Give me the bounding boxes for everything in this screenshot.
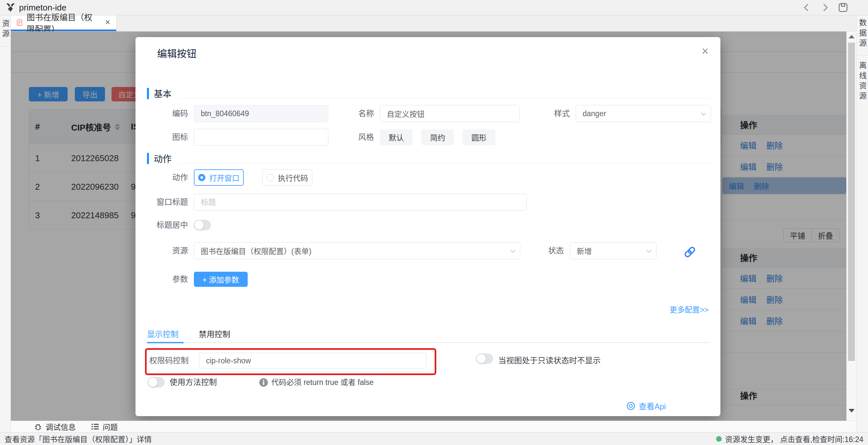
action-label: 动作 <box>149 169 188 186</box>
name-field[interactable] <box>380 105 520 122</box>
chevron-down-icon <box>701 111 706 116</box>
app-window: primeton-ide 资源 <box>0 0 868 445</box>
name-label: 名称 <box>335 105 374 122</box>
readonly-hide-label: 当视图处于只读状态时不显示 <box>498 352 601 369</box>
radio-selected-icon <box>198 174 205 181</box>
section-divider <box>179 163 711 164</box>
window-title-label: 窗口标题 <box>135 194 188 211</box>
method-control-label: 使用方法控制 <box>169 374 217 391</box>
list-icon <box>91 422 99 431</box>
code-field[interactable] <box>194 105 329 122</box>
eye-icon <box>626 402 636 411</box>
tab-show-control[interactable]: 显示控制 <box>147 328 179 339</box>
section-accent-bar <box>147 88 149 99</box>
scroll-down-icon[interactable] <box>849 409 855 413</box>
left-rail-resources-tab[interactable]: 资源 <box>0 19 11 47</box>
window-title-field[interactable] <box>194 194 527 211</box>
status-right-text: 资源发生变更， 点击查看,检查时间:16:24 <box>725 433 863 444</box>
readonly-hide-toggle[interactable] <box>476 353 493 364</box>
shape-simple-button[interactable]: 简约 <box>421 129 454 145</box>
debug-info-item[interactable]: 调试信息 <box>34 421 76 432</box>
method-hint-text: 代码必须 return true 或者 false <box>271 374 374 391</box>
style-select[interactable]: danger <box>576 105 711 122</box>
view-api-link[interactable]: 查看Api <box>626 400 666 412</box>
section-basic: 基本 <box>147 87 711 100</box>
run-code-radio[interactable]: 执行代码 <box>262 169 312 186</box>
shape-label: 风格 <box>335 129 374 146</box>
radio-unselected-icon <box>267 174 274 181</box>
tab-close-icon[interactable]: × <box>105 18 110 28</box>
save-icon[interactable] <box>838 2 848 13</box>
resource-select[interactable]: 图书在版编目（权限配置）(表单) <box>194 242 520 259</box>
debug-icon <box>34 422 42 431</box>
info-icon <box>259 378 268 387</box>
nav-forward-icon[interactable] <box>820 4 828 11</box>
method-control-toggle[interactable] <box>148 377 165 388</box>
titlebar: primeton-ide <box>0 0 868 16</box>
params-label: 参数 <box>149 271 188 288</box>
state-label: 状态 <box>525 242 564 259</box>
edit-button-dialog: 编辑按钮 × 基本 编码 名称 样式 danger <box>135 37 720 416</box>
statusbar: 查看资源「图书在版编目（权限配置）」详情 资源发生变更， 点击查看,检查时间:1… <box>0 432 868 445</box>
nav-back-icon[interactable] <box>804 4 812 11</box>
chevron-down-icon <box>510 248 516 253</box>
add-param-button[interactable]: + 添加参数 <box>194 272 248 287</box>
link-icon[interactable] <box>683 245 697 259</box>
perm-code-label: 权限码控制 <box>149 352 198 369</box>
shape-options: 默认 简约 圆形 <box>380 129 495 145</box>
shape-default-button[interactable]: 默认 <box>380 129 413 145</box>
main-area: + 新增 导出 自定义按钮 # CIP核准号 ISBN <box>11 31 856 421</box>
tab-book-cip[interactable]: 图书在版编目（权限配置） × <box>11 16 117 31</box>
right-rail-datasource-tab[interactable]: 数据源 <box>857 19 868 49</box>
right-rail-offline-tab[interactable]: 离线资源 <box>857 61 868 102</box>
perm-code-field[interactable] <box>199 353 427 368</box>
vertical-scrollbar[interactable] <box>846 31 856 421</box>
rail-divider <box>857 55 868 56</box>
tab-disable-control[interactable]: 禁用控制 <box>199 328 230 339</box>
resource-label: 资源 <box>149 242 188 259</box>
status-green-dot-icon <box>716 436 722 442</box>
scrollbar-thumb[interactable] <box>848 43 855 361</box>
scroll-up-icon[interactable] <box>849 35 855 38</box>
style-label: 样式 <box>530 105 570 122</box>
section-action: 动作 <box>147 152 711 165</box>
shape-round-button[interactable]: 圆形 <box>463 129 495 145</box>
tabs-divider <box>147 342 711 343</box>
problems-item[interactable]: 问题 <box>91 421 118 432</box>
chevron-down-icon <box>647 248 652 253</box>
state-select[interactable]: 新增 <box>570 242 656 259</box>
dialog-title: 编辑按钮 <box>157 46 196 60</box>
title-center-label: 标题居中 <box>135 216 188 234</box>
section-divider <box>179 98 711 98</box>
section-accent-bar <box>147 153 149 164</box>
status-left-text: 查看资源「图书在版编目（权限配置）」详情 <box>5 433 152 444</box>
icon-label: 图标 <box>149 129 188 146</box>
status-right[interactable]: 资源发生变更， 点击查看,检查时间:16:24 <box>716 433 863 444</box>
more-config-link[interactable]: 更多配置>> <box>670 303 709 315</box>
code-label: 编码 <box>149 105 188 122</box>
dialog-close-icon[interactable]: × <box>702 44 709 58</box>
title-center-toggle[interactable] <box>194 220 211 230</box>
right-rail: 数据源 离线资源 <box>856 16 868 432</box>
icon-field[interactable] <box>194 129 329 146</box>
open-window-radio[interactable]: 打开窗口 <box>194 169 244 186</box>
app-logo-icon <box>5 2 16 13</box>
left-rail: 资源 <box>0 16 11 432</box>
tab-title: 图书在版编目（权限配置） <box>27 11 97 34</box>
tabbar: 图书在版编目（权限配置） × <box>11 16 856 31</box>
form-document-icon <box>17 18 22 27</box>
bottom-panel-bar: 调试信息 问题 <box>11 421 856 432</box>
active-tab-indicator <box>147 342 184 343</box>
